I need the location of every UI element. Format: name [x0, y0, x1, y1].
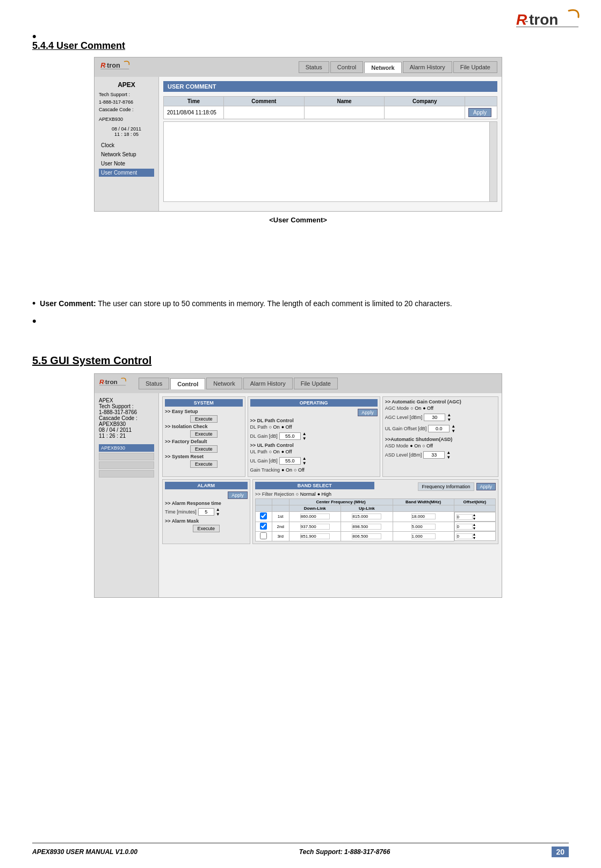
- gui-input-3[interactable]: [99, 470, 154, 478]
- gui-support-label: Tech Support :: [99, 403, 154, 409]
- band-2-offset[interactable]: [457, 524, 473, 530]
- operating-apply-button[interactable]: Apply: [358, 409, 378, 416]
- system-section: SYSTEM >> Easy Setup Execute >> Isolatio…: [162, 396, 245, 477]
- dl-on-radio[interactable]: ○ On: [269, 424, 280, 430]
- gain-on-radio[interactable]: ● On: [281, 467, 292, 473]
- user-comment-screenshot: R - tron Status Control Network Alarm Hi…: [94, 57, 502, 212]
- operating-section: OPERATING Apply >> DL Path Control DL Pa…: [248, 396, 380, 477]
- comment-area: [163, 121, 497, 202]
- asd-off-radio[interactable]: ○ Off: [422, 443, 433, 449]
- ul-on-radio[interactable]: ○ On: [269, 449, 280, 454]
- svg-text:-: -: [525, 15, 528, 27]
- comment-table: Time Comment Name Company 2011/08/04 11:…: [163, 96, 497, 119]
- freq-info-label: Frequency Information: [418, 482, 474, 491]
- band-1-offset[interactable]: [457, 514, 473, 520]
- asd-on-radio[interactable]: ● On: [410, 443, 421, 449]
- gui-input-1[interactable]: [99, 453, 154, 460]
- agc-mode-row: AGC Mode ○ On ● Off: [385, 406, 496, 411]
- band-2-ul[interactable]: [352, 524, 381, 530]
- asd-arrows[interactable]: ▲▼: [446, 450, 451, 460]
- band-col-offset: Offset(kHz): [454, 499, 495, 505]
- menu-clock[interactable]: Clock: [99, 141, 154, 149]
- apply-button[interactable]: Apply: [468, 108, 491, 117]
- ul-gain-offset-input[interactable]: [428, 425, 450, 432]
- band-1-arrows[interactable]: ▲▼: [473, 513, 476, 520]
- alarm-section: ALARM Apply >> Alarm Response time Time …: [162, 479, 250, 544]
- band-col-check: [255, 499, 272, 505]
- band-3-dl[interactable]: [300, 533, 330, 539]
- scrollbar[interactable]: [489, 122, 497, 201]
- tab-alarm-history[interactable]: Alarm History: [403, 61, 452, 73]
- cell-comment[interactable]: [224, 106, 305, 119]
- alarm-time-input[interactable]: [198, 508, 214, 516]
- dl-gain-arrows[interactable]: ▲▼: [302, 431, 307, 441]
- gui-tab-alarm-history[interactable]: Alarm History: [243, 378, 293, 389]
- band-3-arrows[interactable]: ▲▼: [473, 532, 476, 540]
- band-3-bw[interactable]: [411, 533, 436, 539]
- tab-file-update[interactable]: File Update: [453, 61, 497, 73]
- system-reset-button[interactable]: Execute: [190, 460, 218, 468]
- band-1-check[interactable]: [260, 512, 267, 519]
- gui-right-panel: SYSTEM >> Easy Setup Execute >> Isolatio…: [159, 393, 502, 597]
- band-2-bw[interactable]: [411, 524, 436, 530]
- gui-input-2[interactable]: [99, 461, 154, 469]
- cell-name[interactable]: [304, 106, 385, 119]
- dl-off-radio[interactable]: ● Off: [281, 424, 292, 430]
- gui-tab-file-update[interactable]: File Update: [294, 378, 338, 389]
- ul-gain-label: UL Gain [dB]: [250, 458, 278, 464]
- band-1-dl[interactable]: [300, 513, 330, 519]
- band-2-dl[interactable]: [300, 524, 330, 530]
- support-phone: 1-888-317-8766: [99, 99, 154, 105]
- high-radio[interactable]: ● High: [317, 491, 331, 497]
- operating-title: OPERATING: [250, 399, 378, 407]
- gain-off-radio[interactable]: ○ Off: [294, 467, 305, 473]
- band-3-offset[interactable]: [457, 533, 473, 539]
- gui-tab-status[interactable]: Status: [139, 378, 169, 389]
- agc-off-radio[interactable]: ● Off: [423, 406, 433, 411]
- ul-offset-arrows[interactable]: ▲▼: [451, 424, 455, 433]
- tab-status[interactable]: Status: [299, 61, 329, 73]
- dl-gain-label: DL Gain [dB]: [250, 433, 278, 439]
- tab-network[interactable]: Network: [364, 62, 401, 73]
- cell-apply[interactable]: Apply: [465, 106, 497, 119]
- gui-cascade-code: APEXB930: [99, 421, 154, 427]
- band-2-check[interactable]: [260, 523, 267, 530]
- easy-setup-label: >> Easy Setup: [165, 409, 243, 414]
- dl-gain-input[interactable]: [279, 432, 301, 440]
- gain-tracking-label: Gain Tracking: [250, 467, 280, 473]
- band-1-ul[interactable]: [352, 513, 381, 519]
- tab-control[interactable]: Control: [330, 61, 363, 73]
- easy-setup-button[interactable]: Execute: [190, 415, 218, 423]
- alarm-apply-button[interactable]: Apply: [228, 491, 248, 499]
- bullet-icon: •: [32, 298, 35, 310]
- menu-user-note[interactable]: User Note: [99, 160, 154, 168]
- alarm-time-arrows[interactable]: ▲▼: [216, 507, 220, 517]
- ul-gain-arrows[interactable]: ▲▼: [302, 456, 307, 466]
- menu-user-comment[interactable]: User Comment: [99, 169, 154, 177]
- screen-body: APEX Tech Support : 1-888-317-8766 Casca…: [95, 77, 502, 211]
- band-row-1: 1st ▲▼: [255, 512, 495, 522]
- ul-gain-input[interactable]: [279, 457, 301, 465]
- ul-off-radio[interactable]: ● Off: [281, 449, 292, 454]
- cascade-label: Cascade Code :: [99, 107, 154, 112]
- band-3-ul[interactable]: [352, 533, 381, 539]
- band-1-bw[interactable]: [411, 513, 436, 519]
- agc-on-radio[interactable]: ○ On: [410, 406, 421, 411]
- factory-default-button[interactable]: Execute: [190, 445, 218, 453]
- gui-tab-control[interactable]: Control: [170, 378, 205, 389]
- asd-mode-row: ASD Mode ● On ○ Off: [385, 443, 496, 449]
- freq-apply-button[interactable]: Apply: [476, 483, 496, 490]
- asd-level-input[interactable]: [423, 451, 445, 459]
- agc-arrows[interactable]: ▲▼: [447, 413, 451, 422]
- right-panel: USER COMMENT Time Comment Name Company: [159, 77, 502, 211]
- band-2-arrows[interactable]: ▲▼: [473, 523, 476, 530]
- band-3-check[interactable]: [260, 532, 267, 539]
- agc-level-input[interactable]: [424, 414, 445, 421]
- normal-radio[interactable]: ○ Normal: [296, 491, 316, 497]
- menu-network-setup[interactable]: Network Setup: [99, 150, 154, 158]
- cell-company[interactable]: [385, 106, 465, 119]
- dl-gain-row: DL Gain [dB] ▲▼: [250, 431, 378, 441]
- isolation-check-button[interactable]: Execute: [190, 430, 218, 438]
- alarm-mask-button[interactable]: Execute: [193, 525, 220, 532]
- gui-tab-network[interactable]: Network: [206, 378, 242, 389]
